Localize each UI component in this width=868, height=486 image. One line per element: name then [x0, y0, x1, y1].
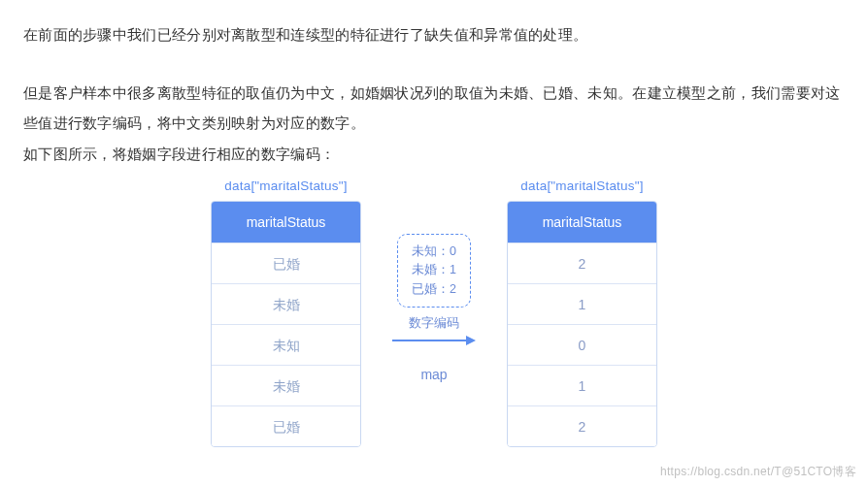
mapping-section: 未知：0 未婚：1 已婚：2 数字编码 map	[361, 178, 507, 382]
table-row: 已婚	[212, 405, 360, 446]
right-table-header: maritalStatus	[508, 202, 656, 243]
encoding-diagram: data["maritalStatus"] maritalStatus 已婚 未…	[23, 178, 845, 447]
right-column-label: data["maritalStatus"]	[520, 178, 643, 193]
svg-marker-1	[466, 336, 476, 345]
left-column: data["maritalStatus"] maritalStatus 已婚 未…	[211, 178, 361, 447]
left-table-header: maritalStatus	[212, 202, 360, 243]
table-row: 未知	[212, 324, 360, 365]
table-row: 1	[508, 365, 656, 405]
mapping-row: 未婚：1	[412, 261, 456, 279]
watermark: https://blog.csdn.net/T@51CTO博客	[660, 464, 856, 480]
map-label: map	[420, 367, 447, 382]
right-table: maritalStatus 2 1 0 1 2	[507, 201, 657, 447]
arrow-icon	[390, 334, 478, 347]
table-row: 2	[508, 243, 656, 283]
paragraph-1: 在前面的步骤中我们已经分别对离散型和连续型的特征进行了缺失值和异常值的处理。	[23, 19, 845, 50]
mapping-row: 已婚：2	[412, 280, 456, 299]
mapping-row: 未知：0	[412, 243, 456, 261]
paragraph-3: 如下图所示，将婚姻字段进行相应的数字编码：	[23, 139, 845, 170]
left-table: maritalStatus 已婚 未婚 未知 未婚 已婚	[211, 201, 361, 447]
table-row: 0	[508, 324, 656, 365]
table-row: 1	[508, 283, 656, 324]
paragraph-2: 但是客户样本中很多离散型特征的取值仍为中文，如婚姻状况列的取值为未婚、已婚、未知…	[23, 78, 845, 139]
mapping-bubble: 未知：0 未婚：1 已婚：2	[397, 234, 471, 308]
table-row: 未婚	[212, 365, 360, 405]
right-column: data["maritalStatus"] maritalStatus 2 1 …	[507, 178, 657, 447]
arrow-label: 数字编码	[409, 315, 459, 332]
table-row: 未婚	[212, 283, 360, 324]
table-row: 2	[508, 405, 656, 446]
table-row: 已婚	[212, 243, 360, 283]
left-column-label: data["maritalStatus"]	[224, 178, 347, 193]
